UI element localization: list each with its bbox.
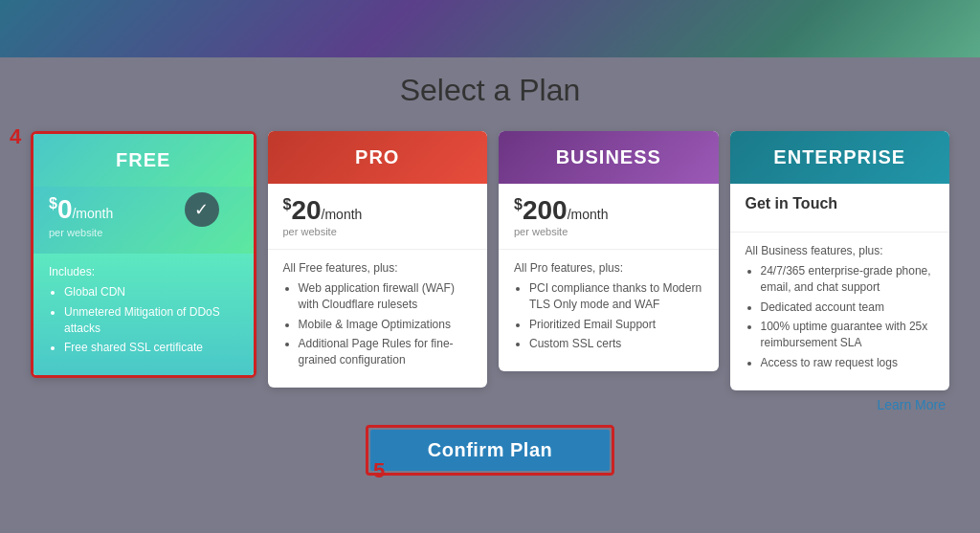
business-feature-1: PCI compliance thanks to Modern TLS Only… — [529, 280, 703, 313]
free-plan-features: Includes: Global CDN Unmetered Mitigatio… — [33, 254, 254, 375]
business-price-per: /month — [568, 207, 609, 222]
enterprise-plan-header: ENTERPRISE — [730, 131, 950, 184]
enterprise-feature-1: 24/7/365 enterprise-grade phone, email, … — [761, 263, 935, 296]
learn-more-link[interactable]: Learn More — [877, 397, 946, 412]
page-title: Select a Plan — [400, 73, 581, 108]
plans-row: FREE $0/month ✓ per website Includes: Gl… — [31, 131, 949, 390]
free-price-per: /month — [72, 206, 113, 221]
free-price-value: 0 — [57, 194, 73, 224]
pro-per-website: per website — [283, 226, 473, 237]
pro-plan-name: PRO — [283, 146, 473, 168]
step-5-label: 5 — [373, 458, 385, 483]
free-features-intro: Includes: — [49, 265, 238, 278]
business-features-intro: All Pro features, plus: — [514, 261, 703, 275]
pro-feature-2: Mobile & Image Optimizations — [299, 317, 473, 333]
free-plan-price-section: $0/month ✓ per website — [33, 187, 254, 254]
pro-price-value: 20 — [291, 195, 321, 225]
business-feature-2: Prioritized Email Support — [529, 317, 703, 333]
plan-card-free[interactable]: FREE $0/month ✓ per website Includes: Gl… — [31, 131, 256, 378]
step-4-label: 4 — [10, 124, 21, 149]
free-feature-1: Global CDN — [64, 284, 238, 300]
business-price-amount: $200/month — [514, 195, 703, 226]
main-container: Select a Plan FREE $0/month ✓ per websit… — [0, 0, 980, 476]
free-per-website: per website — [49, 227, 238, 238]
enterprise-plan-price-section: Get in Touch — [730, 184, 950, 233]
confirm-row: Confirm Plan — [366, 425, 614, 476]
enterprise-plan-features: All Business features, plus: 24/7/365 en… — [730, 233, 950, 390]
business-price-value: 200 — [523, 195, 568, 225]
business-dollar-sign: $ — [514, 196, 523, 212]
business-feature-3: Custom SSL certs — [529, 336, 703, 352]
free-features-list: Global CDN Unmetered Mitigation of DDoS … — [49, 284, 238, 356]
free-dollar-sign: $ — [49, 195, 57, 211]
enterprise-features-intro: All Business features, plus: — [746, 244, 935, 257]
business-per-website: per website — [514, 226, 703, 237]
free-price-amount: $0/month — [49, 194, 113, 225]
enterprise-feature-2: Dedicated account team — [761, 300, 935, 316]
free-plan-header: FREE — [33, 134, 254, 187]
plan-card-enterprise[interactable]: ENTERPRISE Get in Touch All Business fea… — [730, 131, 950, 390]
plan-card-pro[interactable]: PRO $20/month per website All Free featu… — [268, 131, 488, 388]
free-feature-2: Unmetered Mitigation of DDoS attacks — [64, 304, 238, 337]
plan-card-business[interactable]: BUSINESS $200/month per website All Pro … — [499, 131, 719, 371]
pro-feature-3: Additional Page Rules for fine-grained c… — [299, 336, 473, 368]
free-plan-name: FREE — [49, 149, 238, 171]
pro-price-per: /month — [322, 207, 363, 222]
pro-plan-header: PRO — [268, 131, 488, 184]
business-plan-price-section: $200/month per website — [499, 184, 719, 250]
pro-plan-price-section: $20/month per website — [268, 184, 488, 250]
pro-price-amount: $20/month — [283, 195, 473, 226]
learn-more-row: Learn More — [31, 396, 949, 413]
business-plan-name: BUSINESS — [514, 146, 703, 168]
enterprise-feature-4: Access to raw request logs — [761, 355, 935, 371]
pro-plan-features: All Free features, plus: Web application… — [268, 250, 488, 388]
enterprise-plan-name: ENTERPRISE — [746, 146, 935, 168]
confirm-btn-wrapper: Confirm Plan — [366, 425, 614, 476]
confirm-plan-button[interactable]: Confirm Plan — [370, 430, 610, 471]
business-features-list: PCI compliance thanks to Modern TLS Only… — [514, 280, 703, 352]
enterprise-features-list: 24/7/365 enterprise-grade phone, email, … — [746, 263, 935, 371]
business-plan-header: BUSINESS — [499, 131, 719, 184]
enterprise-feature-3: 100% uptime guarantee with 25x reimburse… — [761, 319, 935, 351]
free-check-circle: ✓ — [185, 192, 219, 227]
pro-feature-1: Web application firewall (WAF) with Clou… — [299, 280, 473, 313]
pro-features-list: Web application firewall (WAF) with Clou… — [283, 280, 473, 368]
business-plan-features: All Pro features, plus: PCI compliance t… — [499, 250, 719, 371]
pro-features-intro: All Free features, plus: — [283, 261, 473, 275]
free-feature-3: Free shared SSL certificate — [64, 340, 238, 356]
enterprise-get-in-touch: Get in Touch — [746, 195, 935, 212]
